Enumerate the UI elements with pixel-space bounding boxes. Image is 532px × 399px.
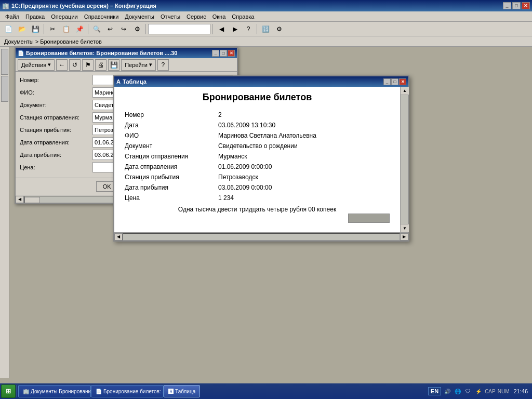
taskbar-icon-table: 🅰 — [168, 389, 174, 394]
menu-bar: Файл Правка Операции Справочники Докумен… — [0, 11, 532, 22]
desktop: 📄 Бронирование билетов: Бронирование бил… — [9, 47, 532, 378]
toolbar-refresh[interactable]: ⚙ — [131, 23, 143, 35]
systray-speaker-icon: 🔊 — [443, 387, 451, 395]
minimize-button[interactable]: _ — [503, 2, 511, 9]
table-restore-btn[interactable]: □ — [391, 78, 398, 85]
menu-service[interactable]: Сервис — [183, 12, 209, 21]
toolbar-sep3 — [145, 24, 146, 34]
table-scroll-left-btn[interactable]: ◀ — [114, 233, 123, 241]
row-value-number: 2 — [218, 111, 222, 118]
row-label-station-to: Станция прибытия — [125, 174, 218, 181]
restore-button[interactable]: □ — [512, 2, 521, 9]
form-refresh-btn[interactable]: ↺ — [69, 59, 81, 71]
windows-logo-icon: ⊞ — [6, 388, 11, 395]
toolbar-settings[interactable]: ⚙ — [273, 23, 285, 35]
taskbar-icon-booking: 📄 — [96, 389, 102, 394]
form-close-btn[interactable]: ✕ — [228, 50, 235, 57]
table-gray-button[interactable] — [348, 214, 390, 223]
sidebar-tab-2[interactable] — [1, 76, 8, 102]
toolbar-sep5 — [257, 24, 257, 34]
table-row-station-to: Станция прибытия Петрозаводск — [125, 174, 390, 181]
goto-button[interactable]: Перейти ▾ — [121, 59, 156, 71]
taskbar-right: EN 🔊 🌐 🛡 ⚡ CAP NUM 21:46 — [428, 387, 532, 395]
actions-button[interactable]: Действия ▾ — [18, 59, 55, 71]
row-value-date: 03.06.2009 13:10:30 — [218, 122, 275, 129]
table-scroll-up-btn[interactable]: ▲ — [401, 87, 409, 95]
menu-references[interactable]: Справочники — [81, 12, 122, 21]
systray-network-icon: 🌐 — [454, 387, 462, 395]
form-restore-btn[interactable]: □ — [220, 50, 227, 57]
taskbar-item-documents[interactable]: 🏢 Документы Бронирование ... — [18, 385, 91, 397]
sidebar-tab-1[interactable] — [1, 49, 8, 75]
station-from-label: Станция отправления: — [20, 114, 92, 121]
row-label-station-from: Станция отправления — [125, 153, 218, 160]
table-minimize-btn[interactable]: _ — [383, 78, 391, 85]
table-row-station-from: Станция отправления Мурманск — [125, 153, 390, 160]
table-row-date: Дата 03.06.2009 13:10:30 — [125, 122, 390, 129]
menu-documents[interactable]: Документы — [122, 12, 157, 21]
row-label-doc: Документ — [125, 142, 218, 150]
table-close-btn[interactable]: ✕ — [399, 78, 406, 85]
sidebar — [0, 47, 9, 378]
table-scroll-down-btn[interactable]: ▼ — [401, 224, 409, 232]
toolbar-new[interactable]: 📄 — [2, 23, 15, 35]
form-help-btn[interactable]: ? — [157, 59, 169, 71]
toolbar-cut[interactable]: ✂ — [46, 23, 59, 35]
main-area: 📄 Бронирование билетов: Бронирование бил… — [0, 47, 532, 378]
close-button[interactable]: ✕ — [522, 2, 530, 9]
station-to-label: Станция прибытия: — [20, 127, 92, 133]
toolbar-copy[interactable]: 📋 — [60, 23, 72, 35]
table-row-fio: ФИО Маринова Светлана Анатольевна — [125, 132, 390, 139]
toolbar-nav2[interactable]: ▶ — [229, 23, 241, 35]
form-title-buttons: _ □ ✕ — [212, 50, 235, 57]
toolbar-save[interactable]: 💾 — [29, 23, 42, 35]
menu-reports[interactable]: Отчеты — [157, 12, 183, 21]
num-indicator: NUM — [498, 389, 510, 394]
form-save-btn[interactable]: 💾 — [108, 59, 119, 71]
table-row-number: Номер 2 — [125, 111, 390, 118]
menu-edit[interactable]: Правка — [22, 12, 48, 21]
menu-windows[interactable]: Окна — [209, 12, 229, 21]
taskbar: ⊞ 🏢 Документы Бронирование ... 📄 Брониро… — [0, 383, 532, 399]
table-scroll-right-btn[interactable]: ▶ — [400, 233, 408, 241]
table-right-scrollbar: ▲ ▼ — [400, 87, 408, 232]
toolbar-open[interactable]: 📂 — [16, 23, 28, 35]
table-title: Таблица — [123, 78, 383, 85]
start-button[interactable]: ⊞ — [1, 384, 16, 398]
scroll-left-btn[interactable]: ◀ — [16, 196, 24, 203]
main-toolbar: 📄 📂 💾 ✂ 📋 📌 🔍 ↩ ↪ ⚙ ◀ ▶ ? 🔢 ⚙ — [0, 22, 532, 36]
toolbar-redo[interactable]: ↪ — [117, 23, 130, 35]
taskbar-item-table[interactable]: 🅰 Таблица — [164, 385, 200, 397]
toolbar-undo[interactable]: ↩ — [104, 23, 116, 35]
taskbar-label-documents: Документы Бронирование ... — [31, 389, 91, 394]
table-bottom-scroll-track — [123, 233, 400, 241]
form-title-bar: 📄 Бронирование билетов: Бронирование бил… — [16, 48, 237, 58]
systray-shield-icon: 🛡 — [464, 387, 472, 395]
table-total-text: Одна тысяча двести тридцать четыре рубля… — [125, 206, 390, 213]
goto-arrow-icon: ▾ — [149, 61, 152, 68]
toolbar-nav1[interactable]: ◀ — [215, 23, 228, 35]
language-indicator[interactable]: EN — [428, 387, 441, 395]
form-print-btn[interactable]: 🖨 — [95, 59, 107, 71]
form-title: Бронирование билетов: Бронирование билет… — [26, 50, 212, 56]
toolbar-paste[interactable]: 📌 — [73, 23, 86, 35]
depart-date-label: Дата отправления: — [20, 139, 92, 145]
menu-help[interactable]: Справка — [229, 12, 257, 21]
taskbar-item-booking[interactable]: 📄 Бронирование билетов: ...30 — [91, 385, 164, 397]
form-back-btn[interactable]: ← — [56, 59, 68, 71]
toolbar-search[interactable]: 🔍 — [90, 23, 103, 35]
form-minimize-btn[interactable]: _ — [212, 50, 219, 57]
actions-label: Действия — [21, 62, 46, 68]
menu-file[interactable]: Файл — [2, 12, 22, 21]
table-row-price: Цена 1 234 — [125, 194, 390, 202]
form-flag-btn[interactable]: ⚑ — [82, 59, 94, 71]
title-bar-buttons: _ □ ✕ — [503, 2, 530, 9]
toolbar-help[interactable]: ? — [242, 23, 255, 35]
toolbar-calc[interactable]: 🔢 — [259, 23, 272, 35]
scroll-thumb[interactable] — [24, 197, 40, 203]
menu-operations[interactable]: Операции — [48, 12, 81, 21]
taskbar-icon-documents: 🏢 — [23, 389, 29, 394]
table-content-area: Бронирование билетов Номер 2 Дата 03.06.… — [114, 87, 408, 232]
table-row-doc: Документ Свидетельство о рождении — [125, 142, 390, 150]
toolbar-search-input[interactable] — [148, 24, 210, 34]
